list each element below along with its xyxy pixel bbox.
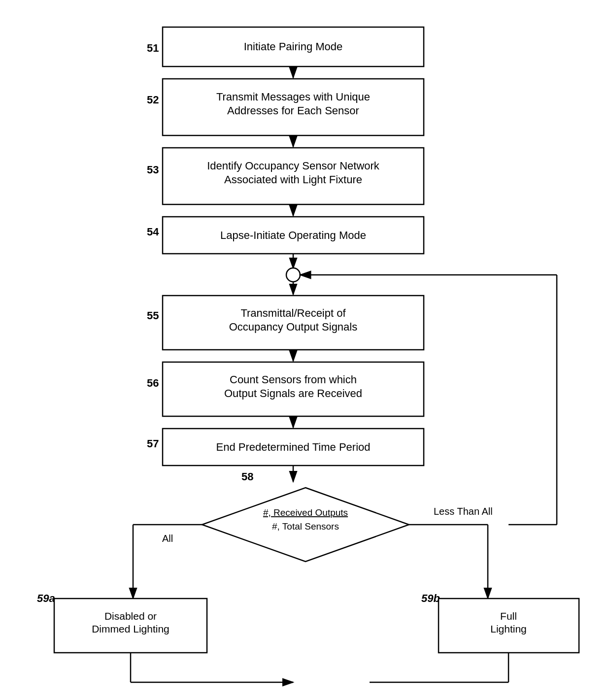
flowchart-diagram: 51 Initiate Pairing Mode 52 Transmit Mes… bbox=[0, 0, 611, 700]
label-57: 57 bbox=[147, 437, 159, 450]
text-53b: Associated with Light Fixture bbox=[224, 173, 362, 186]
label-53: 53 bbox=[147, 164, 159, 176]
label-all: All bbox=[162, 533, 173, 544]
text-59b-line2: Lighting bbox=[490, 623, 527, 634]
text-53a: Identify Occupancy Sensor Network bbox=[207, 160, 380, 172]
text-54: Lapse-Initiate Operating Mode bbox=[220, 229, 366, 241]
label-55: 55 bbox=[147, 309, 159, 322]
text-59a-line1: Disabled or bbox=[104, 610, 157, 622]
label-52: 52 bbox=[147, 94, 159, 106]
text-55b: Occupancy Output Signals bbox=[229, 321, 357, 333]
text-58-numerator: #, Received Outputs bbox=[263, 507, 348, 518]
text-57: End Predetermined Time Period bbox=[216, 441, 370, 453]
text-56b: Output Signals are Received bbox=[224, 387, 362, 400]
label-less-than-all: Less Than All bbox=[434, 506, 493, 517]
text-58-denominator: #, Total Sensors bbox=[272, 521, 339, 532]
text-59a-line2: Dimmed Lighting bbox=[92, 623, 170, 634]
text-59b-line1: Full bbox=[500, 610, 517, 622]
text-55a: Transmittal/Receipt of bbox=[240, 307, 346, 319]
label-59b: 59b bbox=[421, 592, 440, 604]
label-56: 56 bbox=[147, 377, 159, 389]
text-52a: Transmit Messages with Unique bbox=[216, 91, 370, 103]
label-59a: 59a bbox=[37, 592, 55, 604]
label-58: 58 bbox=[241, 470, 253, 483]
label-51: 51 bbox=[147, 42, 159, 54]
text-52b: Addresses for Each Sensor bbox=[227, 104, 359, 117]
junction-circle bbox=[286, 268, 300, 282]
text-51: Initiate Pairing Mode bbox=[244, 40, 343, 53]
label-54: 54 bbox=[147, 226, 159, 238]
text-56a: Count Sensors from which bbox=[230, 373, 357, 386]
